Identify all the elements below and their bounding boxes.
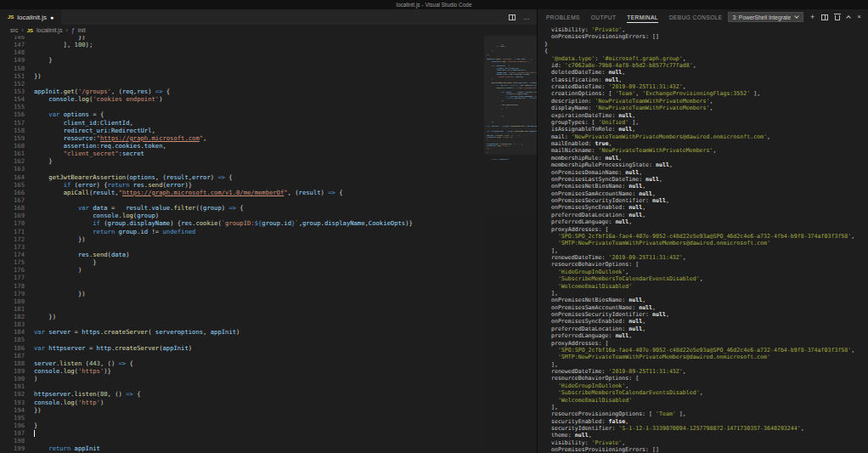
terminal-line: createdDateTime: '2019-09-25T11:31:43Z', <box>544 83 868 90</box>
code-line: 163 <box>0 165 484 173</box>
code-line: 158 redirect_uri:RedirectUrl, <box>0 127 484 134</box>
terminal-line: ], <box>544 290 868 297</box>
line-number: 148 <box>0 48 34 56</box>
modified-dot-icon[interactable]: ● <box>50 14 54 20</box>
line-number: 175 <box>0 258 34 266</box>
code-line: 152 <box>0 80 484 88</box>
terminal-line: onPremisesProvisioningErrors: [] <box>544 33 868 40</box>
new-terminal-icon[interactable]: + <box>810 14 814 21</box>
code-line: 184var server = https.createServer( serv… <box>0 328 484 336</box>
terminal-line: 'SubscribeMembersToCalendarEventsDisable… <box>544 275 868 282</box>
terminal-line: onPremisesSyncEnabled: null, <box>544 204 868 211</box>
editor[interactable]: 146 })147 ], 100);148149 }150151})152153… <box>0 36 537 453</box>
code-lines: 146 })147 ], 100);148149 }150151})152153… <box>0 36 484 453</box>
terminal-line: 'SMTP:NewPrivateTeamWithPrivateMembers@d… <box>544 240 868 246</box>
chevron-right-icon: › <box>65 27 67 33</box>
editor-actions: … <box>509 9 537 25</box>
line-number: 173 <box>0 243 34 251</box>
split-editor-icon[interactable] <box>509 14 516 20</box>
line-number: 181 <box>0 305 34 313</box>
terminal-line: onPremisesLastSyncDateTime: null, <box>544 176 868 183</box>
minimap[interactable]: }) ], 100); }})appInit.get('/groups', (r… <box>484 36 537 453</box>
code-line: 171 return group.id != undefined <box>0 228 484 235</box>
terminal-line: preferredLanguage: null, <box>544 332 868 339</box>
kill-terminal-icon[interactable] <box>835 15 840 20</box>
breadcrumb-item-symbol[interactable]: init <box>78 27 86 33</box>
minimap-slider[interactable] <box>484 36 537 155</box>
code-line: 197 <box>0 429 484 437</box>
terminal-line: preferredDataLocation: null, <box>544 326 868 332</box>
workbench: JS localinit.js ● … src › JS localinit.j… <box>0 9 868 453</box>
split-terminal-icon[interactable] <box>821 14 828 20</box>
terminal-line: displayName: 'NewPrivateTeamWithPrivateM… <box>544 105 868 111</box>
terminal-line: resourceBehaviorOptions: [ <box>544 261 868 268</box>
panel-tab-problems[interactable]: PROBLEMS <box>546 12 580 23</box>
terminal-line: visibility: 'Private', <box>544 439 868 446</box>
panel-tab-output[interactable]: OUTPUT <box>591 12 617 23</box>
terminal-line: onPremisesSamAccountName: null, <box>544 190 868 197</box>
maximize-panel-icon[interactable] <box>846 15 851 20</box>
code-line: 190) <box>0 375 484 382</box>
window-title: localinit.js - Visual Studio Code <box>396 2 471 8</box>
more-actions-icon[interactable]: … <box>523 14 530 21</box>
editor-tab-bar: JS localinit.js ● … <box>0 9 537 25</box>
function-symbol-icon: ƒ <box>71 27 75 33</box>
code-line: 181 <box>0 305 484 313</box>
line-number: 188 <box>0 360 34 367</box>
line-number: 165 <box>0 181 34 189</box>
line-number: 163 <box>0 165 34 173</box>
breadcrumb-item-src[interactable]: src <box>10 27 18 33</box>
terminal-line: mail: 'NewPrivateTeamWithPrivateMembers@… <box>544 133 868 140</box>
line-number: 174 <box>0 251 34 258</box>
code-line: 194}) <box>0 406 484 414</box>
terminal-line: securityIdentifier: 'S-1-12-1-3339070094… <box>544 425 868 432</box>
code-line: 173 <box>0 243 484 251</box>
chevron-down-icon <box>794 14 799 19</box>
terminal-line: visibility: 'Private', <box>544 26 868 33</box>
line-number: 167 <box>0 196 34 204</box>
code-line: 169 console.log(group) <box>0 212 484 219</box>
terminal-line: isAssignableToRole: null, <box>544 126 868 133</box>
line-number: 161 <box>0 150 34 157</box>
panel-tab-debug-console[interactable]: DEBUG CONSOLE <box>669 12 723 23</box>
breadcrumb-item-file[interactable]: localinit.js <box>37 27 62 33</box>
line-number: 189 <box>0 367 34 375</box>
code-line: 167 <box>0 196 484 204</box>
line-number: 190 <box>0 375 34 382</box>
line-number: 198 <box>0 437 34 445</box>
terminal-line: 'SMTP:NewPrivateTeamWithPrivateMembers@d… <box>544 354 868 360</box>
line-number: 151 <box>0 72 34 80</box>
terminal-line: creationOptions: [ 'Team', 'ExchangeProv… <box>544 90 868 97</box>
line-number: 168 <box>0 204 34 212</box>
terminal-line: ], <box>544 361 868 368</box>
terminal-line: 'HideGroupInOutlook', <box>544 269 868 275</box>
line-number: 199 <box>0 445 34 452</box>
panel-tab-terminal[interactable]: TERMINAL <box>627 12 658 23</box>
code-line: 148 <box>0 48 484 56</box>
terminal-line: onPremisesDomainName: null, <box>544 169 868 176</box>
line-number: 185 <box>0 336 34 343</box>
panel-tabs: PROBLEMSOUTPUTTERMINALDEBUG CONSOLE <box>546 12 723 23</box>
code-line: 172 }) <box>0 235 484 243</box>
line-number: 195 <box>0 414 34 422</box>
code-line: 195 <box>0 414 484 422</box>
terminal-line: renewedDateTime: '2019-09-25T11:31:43Z', <box>544 368 868 375</box>
code-line: 151}) <box>0 72 484 80</box>
close-panel-icon[interactable]: × <box>857 14 861 20</box>
code-line: 162 } <box>0 157 484 165</box>
code-line: 188server.listen (443, () => { <box>0 360 484 367</box>
terminal-shell-selector[interactable]: 3: PowerShell Integrate <box>728 12 804 22</box>
line-number: 182 <box>0 313 34 320</box>
terminal-line: onPremisesSyncEnabled: null, <box>544 318 868 325</box>
line-number: 158 <box>0 127 34 134</box>
line-number: 162 <box>0 157 34 165</box>
line-number: 194 <box>0 406 34 414</box>
terminal-output[interactable]: visibility: 'Private', onPremisesProvisi… <box>538 25 868 453</box>
line-number: 152 <box>0 80 34 88</box>
line-number: 192 <box>0 390 34 398</box>
tab-localinit-js[interactable]: JS localinit.js ● <box>0 9 61 25</box>
terminal-line: 'HideGroupInOutlook', <box>544 382 868 389</box>
terminal-line: proxyAddresses: [ <box>544 226 868 233</box>
line-number: 149 <box>0 56 34 64</box>
line-number: 193 <box>0 399 34 406</box>
